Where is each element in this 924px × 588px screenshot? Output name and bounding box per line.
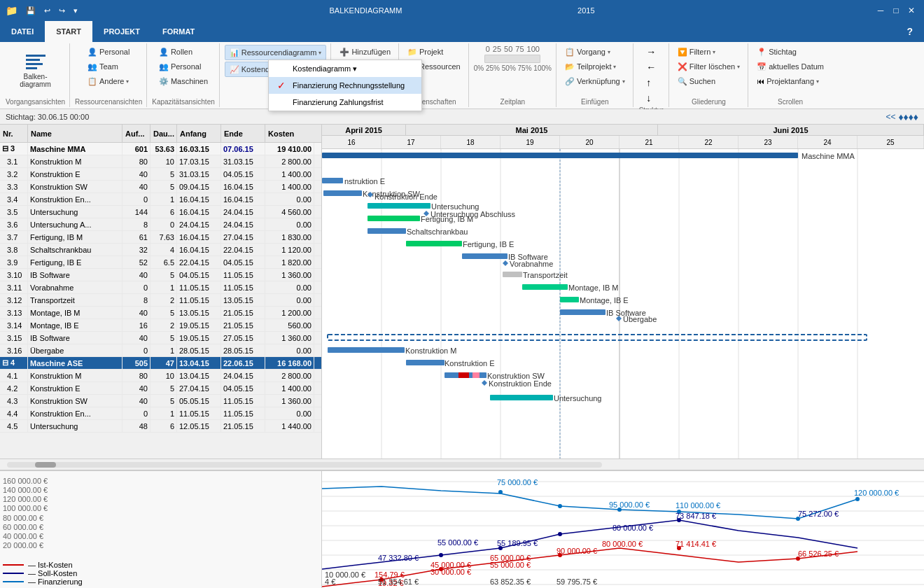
btn-balkendiagramm[interactable]: Balken-diagramm [15, 45, 55, 92]
calendar-icon: 📅 [757, 62, 766, 71]
btn-team[interactable]: 👥 Team [84, 59, 133, 74]
svg-text:Montage, IB M: Montage, IB M [568, 284, 619, 292]
svg-rect-1 [26, 59, 40, 61]
svg-rect-2 [26, 63, 43, 65]
y-axis-labels: 160 000.00 € 140 000.00 € 120 000.00 € 1… [3, 474, 318, 552]
btn-indent[interactable]: → [643, 45, 659, 59]
btn-aktuelles-datum[interactable]: 📅 aktuelles Datum [753, 59, 827, 74]
btn-projekt[interactable]: 📁 Projekt [404, 45, 464, 59]
tab-datei[interactable]: DATEI [0, 21, 45, 42]
group-struktur-inner: → ← ↑ ↓ [643, 45, 659, 105]
table-row[interactable]: 3.12Transportzeit8211.05.1513.05.150.00 [0, 294, 321, 307]
table-row[interactable]: 4.3Konstruktion SW40505.05.1511.05.151 3… [0, 395, 321, 407]
table-row[interactable]: 3.16Übergabe0128.05.1528.05.150.00 [0, 344, 321, 357]
day-20: 20 [560, 136, 620, 148]
td-dauer: 47 [150, 357, 177, 369]
svg-text:80 000.00 €: 80 000.00 € [612, 524, 653, 532]
window-title: BALKENDIAGRAMM 2015 [329, 6, 594, 15]
projekt-icon: 📁 [407, 48, 417, 57]
table-row[interactable]: 3.7Fertigung, IB M617.6316.04.1527.04.15… [0, 231, 321, 244]
btn-hinzufuegen[interactable]: ➕ Hinzufügen [336, 45, 394, 59]
save-quick-btn[interactable]: 💾 [23, 5, 38, 17]
gantt-svg: Maschine MMA nstruktion E Konstruktion S… [322, 149, 924, 458]
soll-kosten-line [3, 573, 24, 574]
svg-text:30 000.00 €: 30 000.00 € [430, 568, 471, 576]
btn-verknuepfung[interactable]: 🔗 Verknüpfung ▾ [561, 74, 629, 88]
undo-quick-btn[interactable]: ↩ [41, 5, 53, 17]
table-row[interactable]: ⊟ 4 Maschine ASE 505 47 13.04.15 22.06.1… [0, 357, 321, 370]
filter-icon: 🔽 [678, 48, 687, 57]
table-row[interactable]: 3.2Konstruktion E40531.03.1504.05.151 40… [0, 168, 321, 181]
svg-rect-0 [26, 55, 46, 57]
table-row[interactable]: 3.5Untersuchung144616.04.1524.04.154 560… [0, 206, 321, 218]
btn-stichtag[interactable]: 📍 Stichtag [753, 45, 827, 59]
minimize-btn[interactable]: ─ [874, 4, 888, 18]
tab-projekt[interactable]: PROJEKT [92, 21, 151, 42]
btn-teilprojekt[interactable]: 📂 Teilprojekt ▾ [561, 59, 629, 74]
help-btn[interactable]: ? [895, 21, 924, 42]
tab-start[interactable]: START [45, 21, 92, 42]
btn-personal[interactable]: 👤 Personal [84, 45, 133, 59]
table-row[interactable]: 3.6Untersuchung A...8024.04.1524.04.150.… [0, 218, 321, 231]
table-row[interactable]: 3.8Schaltschrankbau32416.04.1522.04.151 … [0, 244, 321, 256]
gantt-body[interactable]: Maschine MMA nstruktion E Konstruktion S… [322, 149, 924, 458]
table-row[interactable]: 3.9Fertigung, IB E526.522.04.1504.05.151… [0, 256, 321, 269]
btn-rollen[interactable]: 👤 Rollen [155, 45, 211, 59]
btn-outdent[interactable]: ← [643, 60, 659, 74]
svg-rect-28 [368, 228, 406, 234]
btn-filter-loeschen[interactable]: ❌ Filter löschen ▾ [674, 59, 743, 74]
table-row[interactable]: 4.5Untersuchung48612.05.1521.05.151 440.… [0, 420, 321, 433]
table-row[interactable]: 4.4Konstruktion En...0111.05.1511.05.150… [0, 407, 321, 420]
btn-andere[interactable]: 📋 Andere ▾ [84, 74, 133, 88]
close-btn[interactable]: ✕ [904, 4, 918, 18]
einfuegen-label: Einfügen [581, 98, 608, 106]
svg-text:Untersuchung: Untersuchung [554, 394, 602, 402]
th-anfang: Anfang [177, 125, 221, 142]
dropdown-quick-btn[interactable]: ▾ [71, 5, 80, 17]
redo-quick-btn[interactable]: ↪ [56, 5, 68, 17]
btn-personal2[interactable]: 👥 Personal [155, 59, 211, 74]
table-row[interactable]: 3.14Montage, IB E16219.05.1521.05.15560.… [0, 319, 321, 332]
nav-left[interactable]: << [886, 112, 895, 122]
svg-text:66 526.25 €: 66 526.25 € [798, 550, 839, 558]
btn-suchen[interactable]: 🔍 Suchen [674, 74, 743, 88]
table-row[interactable]: 3.15IB Software40519.05.1527.05.151 360.… [0, 332, 321, 344]
btn-vorgang[interactable]: 📋 Vorgang ▾ [561, 45, 629, 59]
table-row[interactable]: ⊟ 3 Maschine MMA 601 53.63 16.03.15 07.0… [0, 143, 321, 155]
btn-maschinen[interactable]: ⚙️ Maschinen [155, 74, 211, 88]
svg-rect-49 [406, 360, 444, 365]
group-gliederung-inner: 🔽 Filtern ▾ ❌ Filter löschen ▾ 🔍 Suchen [674, 45, 743, 97]
dropdown-item-finanzierung-rechnungsstellung[interactable]: ✓ Finanzierung Rechnungsstellung [269, 77, 421, 94]
svg-text:Montage, IB E: Montage, IB E [580, 296, 629, 304]
table-row[interactable]: 3.10IB Software40504.05.1511.05.151 360.… [0, 269, 321, 281]
table-row[interactable]: 3.4Konstruktion En...0116.04.1516.04.150… [0, 193, 321, 206]
btn-move-up[interactable]: ↑ [643, 76, 659, 90]
table-row[interactable]: 4.2Konstruktion E40527.04.1504.05.151 40… [0, 382, 321, 395]
th-dauer: Dau... [150, 125, 177, 142]
maximize-btn[interactable]: □ [889, 4, 903, 18]
tab-format[interactable]: FORMAT [151, 21, 206, 42]
btn-filtern[interactable]: 🔽 Filtern ▾ [674, 45, 743, 59]
table-row[interactable]: 3.13Montage, IB M40513.05.1521.05.151 20… [0, 307, 321, 319]
btn-projektanfang[interactable]: ⏮ Projektanfang ▾ [753, 74, 827, 88]
h-scrollbar[interactable] [0, 458, 924, 470]
dropdown-item-finanzierung-zahlungsfrist[interactable]: Finanzierung Zahlungsfrist [269, 94, 421, 111]
table-row[interactable]: 3.1Konstruktion M801017.03.1531.03.152 8… [0, 155, 321, 168]
svg-text:47 332.80 €: 47 332.80 € [378, 554, 419, 562]
gliederung-col: 🔽 Filtern ▾ ❌ Filter löschen ▾ 🔍 Suchen [674, 45, 743, 88]
table-row[interactable]: 3.11Vorabnahme0111.05.1511.05.150.00 [0, 281, 321, 294]
svg-point-75 [558, 532, 562, 536]
svg-rect-3 [26, 67, 37, 69]
btn-ressourcendiagramm[interactable]: 📊 Ressourcendiagramm ▾ [225, 45, 327, 60]
app-icon: 📁 [6, 5, 18, 16]
td-dauer: 53.63 [150, 143, 177, 155]
dropdown-item-kostendiagramm[interactable]: Kostendiagramm ▾ [269, 60, 421, 77]
scrollbar-track[interactable] [7, 462, 602, 468]
td-name: Maschine MMA [28, 143, 122, 155]
btn-move-down[interactable]: ↓ [643, 91, 659, 105]
scrollbar-thumb[interactable] [35, 462, 56, 468]
table-row[interactable]: 4.1Konstruktion M801013.04.1524.04.152 8… [0, 370, 321, 382]
table-row[interactable]: 3.3Konstruktion SW40509.04.1516.04.151 4… [0, 181, 321, 193]
day-17: 17 [382, 136, 441, 148]
progress-bar-container[interactable] [484, 55, 540, 63]
